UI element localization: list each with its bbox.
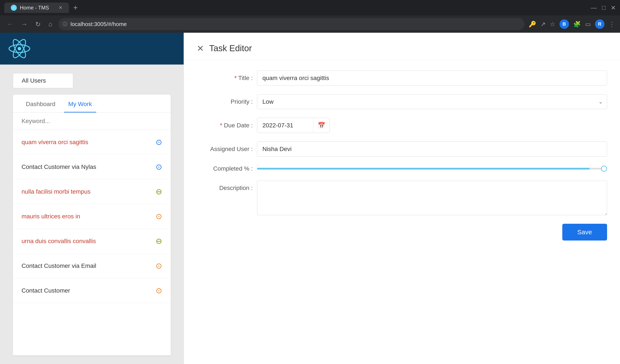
maximize-btn[interactable]: □	[602, 4, 605, 11]
save-row: Save	[197, 224, 607, 243]
slider-thumb[interactable]	[601, 166, 607, 172]
title-input[interactable]	[257, 71, 607, 86]
due-date-wrapper: 📅	[257, 118, 330, 133]
description-label: Description :	[197, 181, 253, 191]
search-bar	[13, 112, 171, 130]
task-editor-title: Task Editor	[209, 44, 252, 53]
left-panel: All Users Dashboard My Work quam viverra…	[0, 33, 184, 364]
task-title: nulla facilisi morbi tempus	[22, 188, 91, 195]
required-star-date: *	[220, 122, 222, 129]
task-title: quam viverra orci sagittis	[22, 139, 88, 146]
all-users-button[interactable]: All Users	[13, 73, 73, 88]
slider-fill	[257, 168, 590, 169]
address-input-wrap[interactable]: ⓘ localhost:3005/#/home	[58, 18, 525, 30]
task-title: Contact Customer via Nylas	[22, 164, 96, 170]
tab-favicon: ⚛	[11, 5, 17, 11]
slider-track	[257, 168, 607, 169]
app-header	[0, 33, 184, 64]
browser-title-bar: ⚛ Home - TMS ✕ + — □ ✕	[0, 0, 620, 15]
app-logo-icon	[9, 38, 30, 59]
tab-dashboard[interactable]: Dashboard	[22, 95, 60, 112]
main-content: All Users Dashboard My Work quam viverra…	[0, 64, 184, 364]
completed-slider-wrapper	[257, 166, 607, 172]
app-container: All Users Dashboard My Work quam viverra…	[0, 33, 620, 364]
task-item[interactable]: nulla facilisi morbi tempus ⊖	[13, 180, 171, 204]
description-textarea[interactable]	[257, 181, 607, 215]
task-status-icon: ⊙	[156, 162, 162, 171]
address-bar: ← → ↻ ⌂ ⓘ localhost:3005/#/home 🔑 ↗ ☆ B …	[0, 15, 620, 33]
save-button[interactable]: Save	[562, 224, 607, 241]
browser-tab[interactable]: ⚛ Home - TMS ✕	[4, 2, 69, 13]
extension-icon-blue[interactable]: B	[559, 19, 569, 29]
task-editor-panel: ✕ Task Editor * Title : Priority : Low M…	[184, 33, 620, 364]
close-editor-button[interactable]: ✕	[197, 44, 204, 53]
editor-form: * Title : Priority : Low Medium High ⌄	[184, 60, 620, 253]
tab-close-btn[interactable]: ✕	[59, 5, 62, 11]
task-status-icon: ⊙	[156, 138, 162, 147]
task-title: mauris ultrices eros in	[22, 213, 80, 220]
window-controls: — □ ✕	[591, 4, 616, 11]
task-item[interactable]: Contact Customer via Email ⊙	[13, 254, 171, 278]
task-status-icon: ⊖	[156, 187, 162, 196]
assigned-user-label: Assigned User :	[197, 146, 253, 152]
task-status-icon: ⊙	[156, 212, 162, 221]
tab-my-work[interactable]: My Work	[64, 95, 96, 112]
sidebar-icon[interactable]: ▭	[585, 21, 591, 28]
task-status-icon: ⊖	[156, 237, 162, 246]
minimize-btn[interactable]: —	[591, 4, 597, 11]
priority-label: Priority :	[197, 98, 253, 105]
task-title: Contact Customer via Email	[22, 262, 96, 269]
menu-icon[interactable]: ⋮	[609, 21, 615, 28]
svg-point-3	[18, 47, 21, 50]
task-item[interactable]: quam viverra orci sagittis ⊙	[13, 130, 171, 155]
description-row: Description :	[197, 181, 607, 215]
task-item[interactable]: urna duis convallis convallis ⊖	[13, 229, 171, 254]
task-item[interactable]: mauris ultrices eros in ⊙	[13, 204, 171, 229]
required-star: *	[234, 75, 237, 81]
forward-btn[interactable]: →	[19, 19, 29, 30]
task-title: urna duis convallis convallis	[22, 238, 96, 245]
completed-label: Completed % :	[197, 165, 253, 172]
completed-row: Completed % :	[197, 165, 607, 172]
assigned-user-row: Assigned User :	[197, 142, 607, 157]
back-btn[interactable]: ←	[5, 19, 15, 30]
title-row: * Title :	[197, 71, 607, 86]
task-title: Contact Customer	[22, 287, 70, 294]
title-label: * Title :	[197, 75, 253, 82]
assigned-user-input[interactable]	[257, 142, 607, 157]
due-date-label: * Due Date :	[197, 122, 253, 129]
share-icon[interactable]: ↗	[541, 21, 545, 28]
tab-title: Home - TMS	[20, 5, 49, 11]
priority-select[interactable]: Low Medium High	[257, 94, 607, 109]
home-btn[interactable]: ⌂	[47, 19, 54, 30]
calendar-icon-btn[interactable]: 📅	[313, 118, 330, 133]
close-window-btn[interactable]: ✕	[611, 4, 616, 11]
reload-btn[interactable]: ↻	[33, 19, 42, 30]
task-item[interactable]: Contact Customer ⊙	[13, 278, 171, 303]
address-bar-actions: 🔑 ↗ ☆ B 🧩 ▭ R ⋮	[529, 19, 615, 29]
due-date-row: * Due Date : 📅	[197, 118, 607, 133]
tabs-container: Dashboard My Work quam viverra orci sagi…	[13, 95, 171, 355]
star-icon[interactable]: ☆	[550, 21, 555, 28]
task-editor-header: ✕ Task Editor	[184, 33, 620, 60]
key-icon[interactable]: 🔑	[529, 21, 536, 28]
lock-icon: ⓘ	[63, 21, 67, 27]
priority-row: Priority : Low Medium High ⌄	[197, 94, 607, 109]
url-display: localhost:3005/#/home	[70, 21, 520, 28]
due-date-input[interactable]	[257, 118, 313, 133]
search-input[interactable]	[22, 118, 162, 124]
priority-select-wrapper: Low Medium High ⌄	[257, 94, 607, 109]
profile-icon[interactable]: R	[595, 19, 604, 29]
puzzle-icon[interactable]: 🧩	[573, 21, 581, 28]
tabs-header: Dashboard My Work	[13, 95, 171, 112]
task-status-icon: ⊙	[156, 261, 162, 271]
task-item[interactable]: Contact Customer via Nylas ⊙	[13, 155, 171, 180]
new-tab-button[interactable]: +	[71, 2, 80, 13]
task-status-icon: ⊙	[156, 286, 162, 295]
task-list: quam viverra orci sagittis ⊙ Contact Cus…	[13, 130, 171, 355]
